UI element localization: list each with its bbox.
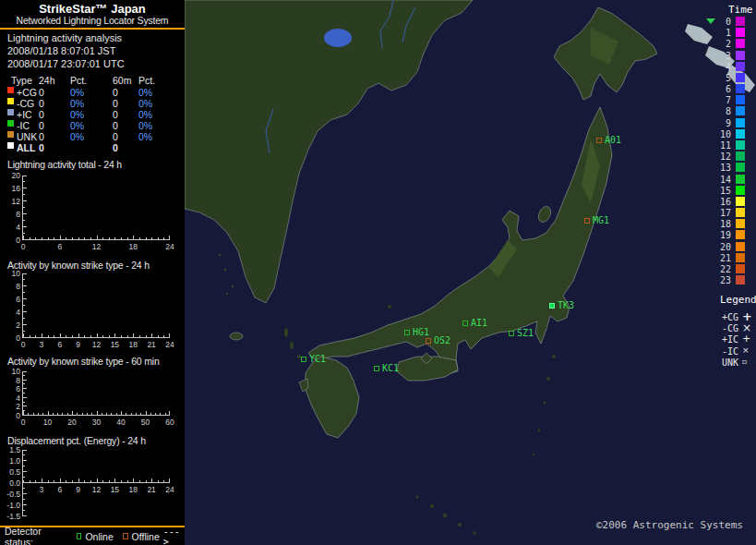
time-legend-row: 8 xyxy=(704,106,756,116)
online-indicator-icon xyxy=(77,533,82,539)
time-legend-row: 20 xyxy=(704,242,756,252)
column-header: 24h xyxy=(39,75,55,86)
hour-color-swatch-icon xyxy=(736,73,745,82)
offline-indicator-icon xyxy=(123,533,128,539)
y-minor-tick xyxy=(23,226,25,227)
x-minor-tick xyxy=(84,480,85,483)
hour-label: 9 xyxy=(704,118,731,128)
hour-label: 8 xyxy=(704,106,731,116)
y-tick-label: -1.5 xyxy=(0,512,20,521)
type-label: -CG xyxy=(17,98,34,109)
x-minor-tick xyxy=(42,413,43,416)
hour-label: 12 xyxy=(704,151,731,162)
timestamp-utc: 2008/01/17 23:07:01 UTC xyxy=(7,58,125,69)
y-minor-tick xyxy=(23,383,25,384)
x-minor-tick xyxy=(165,413,166,416)
count-24h: 0 xyxy=(39,120,44,131)
x-tick-label: 20 xyxy=(61,418,83,427)
hour-color-swatch-icon xyxy=(736,253,745,262)
y-minor-tick xyxy=(23,460,25,461)
y-tick-label: 12 xyxy=(0,197,20,206)
column-header: Pct. xyxy=(138,75,155,86)
type-label: ALL xyxy=(17,142,35,153)
x-minor-tick xyxy=(109,335,110,338)
y-minor-tick xyxy=(23,375,25,376)
x-minor-tick xyxy=(146,480,147,483)
y-tick-label: 8 xyxy=(0,210,20,219)
x-minor-tick xyxy=(158,335,159,338)
y-minor-tick xyxy=(23,207,25,208)
offline-label: Offline xyxy=(132,531,160,542)
x-tick xyxy=(169,411,170,416)
status-scroll-arrow[interactable]: ---> xyxy=(163,527,180,545)
hour-color-swatch-icon xyxy=(736,95,745,104)
y-tick-label: -0.5 xyxy=(0,490,20,499)
map-image xyxy=(185,0,756,545)
hour-label: 22 xyxy=(704,264,731,274)
x-minor-tick xyxy=(126,413,126,416)
y-tick-label: 6 xyxy=(0,295,20,304)
x-minor-tick xyxy=(90,335,91,338)
y-tick-label: 1.5 xyxy=(0,445,20,454)
detector-status-label: Detector status: xyxy=(5,526,56,545)
count-60m: 0 xyxy=(113,109,118,120)
x-tick xyxy=(48,411,49,416)
time-legend-row: 9 xyxy=(704,118,756,128)
time-legend-row: 17 xyxy=(704,208,756,218)
x-tick-label: 0 xyxy=(12,418,34,427)
x-tick-label: 6 xyxy=(49,242,71,251)
time-legend-row: 4 xyxy=(704,62,756,72)
x-minor-tick xyxy=(91,413,92,416)
hour-color-swatch-icon xyxy=(736,39,745,48)
x-minor-tick xyxy=(33,413,34,416)
y-tick-label: 4 xyxy=(0,308,20,317)
x-minor-tick xyxy=(72,480,73,483)
x-minor-tick xyxy=(139,237,140,240)
copyright-text: ©2006 Astrogenic Systems xyxy=(596,519,743,531)
x-minor-tick xyxy=(48,335,49,338)
hour-label: 20 xyxy=(704,242,731,252)
y-minor-tick xyxy=(23,488,25,489)
chart-title: Activity by known strike type - 60 min xyxy=(7,356,160,367)
x-minor-tick xyxy=(102,413,102,416)
station-status-icon xyxy=(374,366,379,371)
x-tick xyxy=(97,333,98,338)
app-window: StrikeStar™ Japan Networked Lightning Lo… xyxy=(0,0,756,545)
x-tick-label: 24 xyxy=(159,485,181,494)
hour-color-swatch-icon xyxy=(736,175,745,184)
y-minor-tick xyxy=(23,510,25,511)
hour-label: 23 xyxy=(704,275,731,285)
x-minor-tick xyxy=(35,335,36,338)
x-minor-tick xyxy=(136,413,137,416)
x-minor-tick xyxy=(72,237,73,240)
chart-plot-area: 02468100102030405060 xyxy=(22,371,169,416)
pct-60m: 0% xyxy=(138,120,152,131)
x-tick xyxy=(78,478,79,483)
x-tick xyxy=(60,478,61,483)
column-header: Pct. xyxy=(70,75,87,86)
station-status-icon xyxy=(426,338,431,344)
time-legend-row: 7 xyxy=(704,95,756,105)
y-minor-tick xyxy=(23,402,25,403)
x-minor-tick xyxy=(30,335,30,338)
station-status-icon xyxy=(509,331,514,336)
y-minor-tick xyxy=(23,176,25,176)
pct-24h: 0% xyxy=(70,87,84,98)
x-tick-label: 50 xyxy=(135,418,157,427)
hour-color-swatch-icon xyxy=(736,28,745,37)
chart-plot-area: -1.5-1.0-0.50.00.51.01.53691215182124 xyxy=(22,450,169,516)
hour-label: 19 xyxy=(704,230,731,240)
legend-item-label: +CG xyxy=(700,312,738,322)
station-label: OS2 xyxy=(434,335,450,345)
hour-color-swatch-icon xyxy=(736,106,745,115)
x-tick xyxy=(151,333,152,338)
japan-map: A01MG1HG1OS2AI1SZ1TK3YC1KC1 Time 0123456… xyxy=(185,0,756,545)
hour-label: 16 xyxy=(704,197,731,207)
time-legend-row: 16 xyxy=(704,197,756,207)
y-tick-label: 0.5 xyxy=(0,467,20,477)
time-legend-row: 15 xyxy=(704,186,756,196)
hour-label: 17 xyxy=(704,208,731,218)
x-minor-tick xyxy=(116,413,117,416)
y-tick-label: 20 xyxy=(0,171,20,180)
x-tick xyxy=(133,333,134,338)
